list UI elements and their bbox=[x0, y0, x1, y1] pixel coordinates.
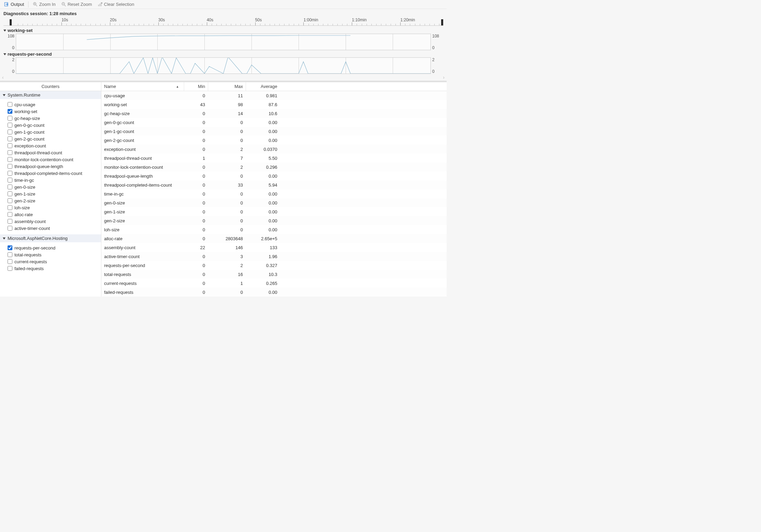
counter-checkbox[interactable] bbox=[8, 116, 12, 121]
tree-item[interactable]: cpu-usage bbox=[0, 101, 101, 108]
tree-item[interactable]: gen-1-gc-count bbox=[0, 129, 101, 135]
table-row[interactable]: monitor-lock-contention-count020.296 bbox=[101, 163, 447, 171]
counter-checkbox[interactable] bbox=[8, 150, 12, 155]
output-button[interactable]: Output bbox=[2, 1, 26, 8]
table-row[interactable]: loh-size000.00 bbox=[101, 225, 447, 234]
tree-item[interactable]: alloc-rate bbox=[0, 211, 101, 218]
tree-group-header[interactable]: Microsoft.AspNetCore.Hosting bbox=[0, 234, 101, 242]
tree-item[interactable]: time-in-gc bbox=[0, 177, 101, 184]
col-max[interactable]: Max bbox=[208, 82, 246, 91]
cell-name: working-set bbox=[101, 102, 184, 107]
tree-item[interactable]: gen-2-gc-count bbox=[0, 135, 101, 142]
collapse-toggle-icon[interactable] bbox=[3, 53, 6, 55]
col-min[interactable]: Min bbox=[184, 82, 208, 91]
cell-avg: 0.981 bbox=[246, 93, 280, 98]
cell-name: exception-count bbox=[101, 147, 184, 152]
table-row[interactable]: gen-2-size000.00 bbox=[101, 216, 447, 225]
cell-name: gc-heap-size bbox=[101, 111, 184, 116]
cell-name: gen-0-gc-count bbox=[101, 120, 184, 125]
tree-item[interactable]: assembly-count bbox=[0, 218, 101, 225]
counter-checkbox[interactable] bbox=[8, 136, 12, 141]
counter-checkbox[interactable] bbox=[8, 266, 12, 271]
table-row[interactable]: active-timer-count031.96 bbox=[101, 252, 447, 261]
collapse-toggle-icon[interactable] bbox=[3, 30, 6, 32]
counter-checkbox[interactable] bbox=[8, 212, 12, 217]
table-row[interactable]: gen-1-size000.00 bbox=[101, 207, 447, 216]
table-row[interactable]: cpu-usage0110.981 bbox=[101, 91, 447, 100]
table-row[interactable]: time-in-gc000.00 bbox=[101, 189, 447, 198]
tree-item[interactable]: total-requests bbox=[0, 251, 101, 258]
counter-checkbox[interactable] bbox=[8, 226, 12, 231]
counter-checkbox[interactable] bbox=[8, 252, 12, 257]
chart-plot[interactable] bbox=[16, 57, 431, 74]
cell-avg: 10.6 bbox=[246, 111, 280, 116]
table-row[interactable]: requests-per-second020.327 bbox=[101, 261, 447, 270]
counter-checkbox[interactable] bbox=[8, 123, 12, 128]
table-row[interactable]: assembly-count22146133 bbox=[101, 243, 447, 252]
table-row[interactable]: working-set439887.6 bbox=[101, 100, 447, 109]
counter-label: time-in-gc bbox=[14, 178, 34, 183]
cell-max: 146 bbox=[208, 245, 246, 250]
tree-item[interactable]: gen-0-gc-count bbox=[0, 122, 101, 129]
counter-checkbox[interactable] bbox=[8, 191, 12, 196]
chart-plot[interactable] bbox=[16, 34, 431, 50]
counter-checkbox[interactable] bbox=[8, 143, 12, 148]
counter-checkbox[interactable] bbox=[8, 130, 12, 134]
tree-item[interactable]: active-timer-count bbox=[0, 225, 101, 232]
table-row[interactable]: threadpool-thread-count175.50 bbox=[101, 154, 447, 163]
counter-checkbox[interactable] bbox=[8, 185, 12, 189]
table-row[interactable]: exception-count020.0370 bbox=[101, 145, 447, 154]
counter-checkbox[interactable] bbox=[8, 102, 12, 107]
tree-item[interactable]: loh-size bbox=[0, 204, 101, 211]
counter-checkbox[interactable] bbox=[8, 171, 12, 176]
cell-avg: 0.00 bbox=[246, 191, 280, 197]
counter-checkbox[interactable] bbox=[8, 157, 12, 162]
col-name[interactable]: Name ▲ bbox=[101, 82, 184, 91]
tree-item[interactable]: failed-requests bbox=[0, 265, 101, 272]
zoom-in-button[interactable]: Zoom In bbox=[31, 1, 58, 8]
table-row[interactable]: current-requests010.265 bbox=[101, 279, 447, 288]
tree-item[interactable]: gen-0-size bbox=[0, 184, 101, 190]
counter-checkbox[interactable] bbox=[8, 164, 12, 169]
cell-avg: 0.00 bbox=[246, 174, 280, 179]
counter-label: requests-per-second bbox=[14, 245, 55, 251]
tree-item[interactable]: threadpool-completed-items-count bbox=[0, 170, 101, 177]
table-row[interactable]: threadpool-completed-items-count0335.94 bbox=[101, 180, 447, 189]
tree-item[interactable]: gen-2-size bbox=[0, 197, 101, 204]
cell-name: failed-requests bbox=[101, 290, 184, 295]
table-row[interactable]: gen-0-size000.00 bbox=[101, 198, 447, 207]
counter-checkbox[interactable] bbox=[8, 219, 12, 224]
tree-item[interactable]: current-requests bbox=[0, 258, 101, 265]
scroll-left-icon[interactable]: ‹ bbox=[2, 75, 4, 80]
counter-checkbox[interactable] bbox=[8, 198, 12, 203]
table-row[interactable]: gc-heap-size01410.6 bbox=[101, 109, 447, 118]
tree-item[interactable]: working-set bbox=[0, 108, 101, 115]
counter-checkbox[interactable] bbox=[8, 259, 12, 264]
table-row[interactable]: gen-2-gc-count000.00 bbox=[101, 136, 447, 145]
tree-item[interactable]: gc-heap-size bbox=[0, 115, 101, 122]
table-row[interactable]: threadpool-queue-length000.00 bbox=[101, 171, 447, 180]
counter-checkbox[interactable] bbox=[8, 178, 12, 182]
tree-item[interactable]: requests-per-second bbox=[0, 244, 101, 251]
tree-item[interactable]: gen-1-size bbox=[0, 190, 101, 197]
counter-checkbox[interactable] bbox=[8, 205, 12, 210]
scroll-right-icon[interactable]: › bbox=[443, 75, 445, 80]
reset-zoom-button[interactable]: Reset Zoom bbox=[59, 1, 94, 8]
table-row[interactable]: failed-requests000.00 bbox=[101, 288, 447, 297]
cell-max: 11 bbox=[208, 93, 246, 98]
counter-checkbox[interactable] bbox=[8, 245, 12, 250]
tree-item[interactable]: exception-count bbox=[0, 142, 101, 149]
timeline-ruler[interactable]: 10s20s30s40s50s1:00min1:10min1:20min bbox=[3, 18, 443, 26]
counter-checkbox[interactable] bbox=[8, 109, 12, 114]
counter-label: gen-0-gc-count bbox=[14, 123, 44, 128]
col-avg[interactable]: Average bbox=[246, 82, 280, 91]
table-row[interactable]: gen-1-gc-count000.00 bbox=[101, 127, 447, 136]
table-row[interactable]: gen-0-gc-count000.00 bbox=[101, 118, 447, 127]
table-row[interactable]: total-requests01610.3 bbox=[101, 270, 447, 279]
table-row[interactable]: alloc-rate028036482.65e+5 bbox=[101, 234, 447, 243]
clear-selection-button[interactable]: Clear Selection bbox=[96, 1, 136, 8]
tree-item[interactable]: threadpool-queue-length bbox=[0, 163, 101, 170]
tree-item[interactable]: monitor-lock-contention-count bbox=[0, 156, 101, 163]
tree-group-header[interactable]: System.Runtime bbox=[0, 91, 101, 99]
tree-item[interactable]: threadpool-thread-count bbox=[0, 149, 101, 156]
